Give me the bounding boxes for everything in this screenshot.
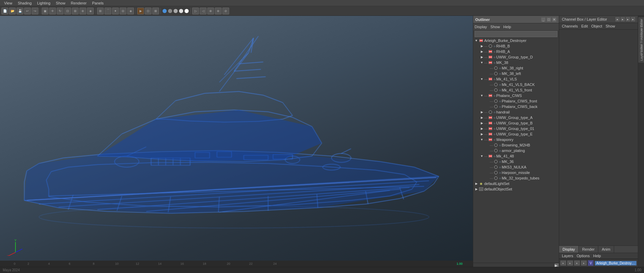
toolbar-color-5[interactable] [184, 9, 189, 13]
outliner-maximize[interactable]: □ [546, 17, 551, 22]
cb-btn-1[interactable]: ▸ [615, 17, 620, 21]
tree-item[interactable]: ▶—○UWW_Group_type_A [473, 115, 559, 120]
toolbar-redo[interactable]: ↪ [32, 8, 38, 14]
vtab-channel[interactable]: Channel Box / Layer Editor [639, 17, 644, 57]
outliner-menu-show[interactable]: Show [490, 25, 500, 29]
toolbar-color-2[interactable] [168, 9, 173, 13]
outliner-hscroll[interactable]: ▶ [473, 263, 559, 267]
toolbar-scale[interactable]: ⊡ [64, 8, 71, 14]
toolbar-open[interactable]: 📂 [9, 8, 16, 14]
tree-item[interactable]: ▶○defaultObjectSet [473, 186, 559, 192]
toolbar-new[interactable]: 📄 [1, 8, 8, 14]
toolbar-color-1[interactable] [162, 9, 167, 13]
toolbar-soft[interactable]: ⊛ [79, 8, 86, 14]
tree-item[interactable]: —○MK53_NULKA [473, 164, 559, 170]
tree-item[interactable]: ▼—○Mk_41_48 [473, 153, 559, 159]
tree-item[interactable]: —○Browning_M2HB [473, 142, 559, 148]
tree-item[interactable]: ▶◉defaultLightSet [473, 181, 559, 186]
toolbar-extra-3[interactable]: ⊕ [207, 8, 214, 14]
toolbar-extra-1[interactable]: ▷ [192, 8, 199, 14]
cb-menu-channels[interactable]: Channels [562, 24, 578, 28]
tree-expand[interactable]: ▶ [474, 187, 479, 192]
toolbar-snap-point[interactable]: ✦ [112, 8, 119, 14]
toolbar-render[interactable]: ▶ [137, 8, 144, 14]
tree-item[interactable]: —○Mk_41_VLS_front [473, 87, 559, 93]
layer-visibility-button[interactable]: V [588, 260, 593, 266]
outliner-menu-help[interactable]: Help [503, 25, 511, 29]
tree-expand[interactable]: ▼ [479, 77, 484, 81]
outliner-menu-display[interactable]: Display [475, 25, 487, 29]
outliner-minimize[interactable]: _ [541, 17, 546, 22]
tree-item[interactable]: —○MK_38_left [473, 71, 559, 76]
cb-btn-3[interactable]: ▸ [626, 17, 630, 21]
cb-menu-show[interactable]: Show [606, 24, 615, 28]
toolbar-show-manip[interactable]: ◈ [87, 8, 94, 14]
toolbar-ipr[interactable]: ⊡ [145, 8, 152, 14]
tree-expand[interactable]: ▶ [479, 44, 484, 48]
tree-item[interactable]: ▶—○RHIB_A [473, 49, 559, 54]
toolbar-undo[interactable]: ↩ [24, 8, 31, 14]
layer-btn-3[interactable]: ▸ [574, 261, 580, 265]
cb-btn-2[interactable]: ▸ [621, 17, 625, 21]
tree-item[interactable]: —○Phalanx_CIWS_front [473, 98, 559, 104]
menu-shading[interactable]: Shading [15, 1, 34, 6]
toolbar-extra-2[interactable]: ◁ [200, 8, 207, 14]
layer-btn-2[interactable]: ▸ [567, 261, 573, 265]
tab-render[interactable]: Render [579, 246, 598, 253]
tree-expand[interactable]: ▶ [479, 55, 484, 59]
viewport[interactable]: Y X 0 2 4 6 8 10 12 14 16 18 20 22 24 1.… [0, 16, 473, 267]
tree-item[interactable]: —○MK_38_right [473, 65, 559, 71]
tree-item[interactable]: ▼Arleigh_Burke_Destroyer [473, 38, 559, 43]
toolbar-select[interactable]: ▣ [42, 8, 48, 14]
sub-menu-help[interactable]: Help [593, 254, 601, 258]
toolbar-manip[interactable]: ⊞ [72, 8, 79, 14]
toolbar-rotate[interactable]: ↻ [57, 8, 64, 14]
sub-menu-options[interactable]: Options [577, 254, 590, 258]
tree-item[interactable]: ▶—○handrail [473, 109, 559, 115]
tree-expand[interactable]: ▶ [474, 181, 479, 186]
toolbar-color-3[interactable] [173, 9, 178, 13]
tree-item[interactable]: ▼—○MK_38 [473, 60, 559, 65]
cb-btn-4[interactable]: ▸ [631, 17, 635, 21]
tree-expand[interactable]: ▼ [479, 93, 484, 98]
toolbar-snap-grid[interactable]: ⊞ [97, 8, 104, 14]
sub-menu-layers[interactable]: Layers [562, 254, 573, 258]
tab-display[interactable]: Display [559, 246, 579, 253]
tree-item[interactable]: —○Mk_41_VLS_BACK [473, 82, 559, 87]
menu-view[interactable]: View [1, 1, 15, 6]
tree-item[interactable]: ▼—○Mk_41_VLS [473, 76, 559, 82]
tree-expand[interactable]: ▶ [479, 132, 484, 136]
cb-menu-edit[interactable]: Edit [581, 24, 588, 28]
outliner-search[interactable] [475, 31, 557, 37]
toolbar-color-4[interactable] [179, 9, 184, 13]
layer-btn-4[interactable]: ▸ [581, 261, 587, 265]
tree-item[interactable]: —○MK_36 [473, 159, 559, 164]
tree-item[interactable]: —○Mk_32_torpedo_tubes [473, 175, 559, 181]
menu-renderer[interactable]: Renderer [68, 1, 89, 6]
tree-expand[interactable]: ▼ [479, 137, 484, 142]
tree-item[interactable]: —○Harpoon_missile [473, 170, 559, 175]
tree-item[interactable]: ▶—○UWW_Group_type_01 [473, 126, 559, 131]
tree-expand[interactable]: ▼ [479, 154, 484, 159]
toolbar-extra-4[interactable]: ⊗ [215, 8, 222, 14]
tree-expand[interactable]: ▶ [479, 126, 484, 131]
toolbar-display[interactable]: ⊠ [152, 8, 159, 14]
tree-expand[interactable]: ▶ [479, 115, 484, 120]
cb-menu-object[interactable]: Object [591, 24, 602, 28]
tree-expand[interactable]: ▼ [474, 38, 479, 43]
layer-btn-1[interactable]: ▸ [560, 261, 566, 265]
tree-item[interactable]: ▼—○Weaponry [473, 137, 559, 142]
tree-item[interactable]: ▶—○UWW_Group_type_B [473, 120, 559, 126]
tree-item[interactable]: ▶—○UWW_Group_type_D [473, 54, 559, 60]
tree-expand[interactable]: ▶ [479, 110, 484, 114]
toolbar-snap-live[interactable]: ◈ [127, 8, 134, 14]
tree-item[interactable]: —○Phalanx_CIWS_back [473, 104, 559, 109]
tree-item[interactable]: ▶—○RHIB_B [473, 43, 559, 49]
menu-panels[interactable]: Panels [89, 1, 107, 6]
layer-name[interactable]: Arleigh_Burke_Destroyer_OKane_DDG_77_Lay… [595, 261, 636, 265]
tree-expand[interactable]: ▼ [479, 60, 484, 65]
outliner-close[interactable]: ✕ [552, 17, 557, 22]
tree-expand[interactable]: ▶ [479, 49, 484, 54]
tree-item[interactable]: —○armor_plating [473, 148, 559, 153]
toolbar-snap-view[interactable]: ⊟ [120, 8, 126, 14]
